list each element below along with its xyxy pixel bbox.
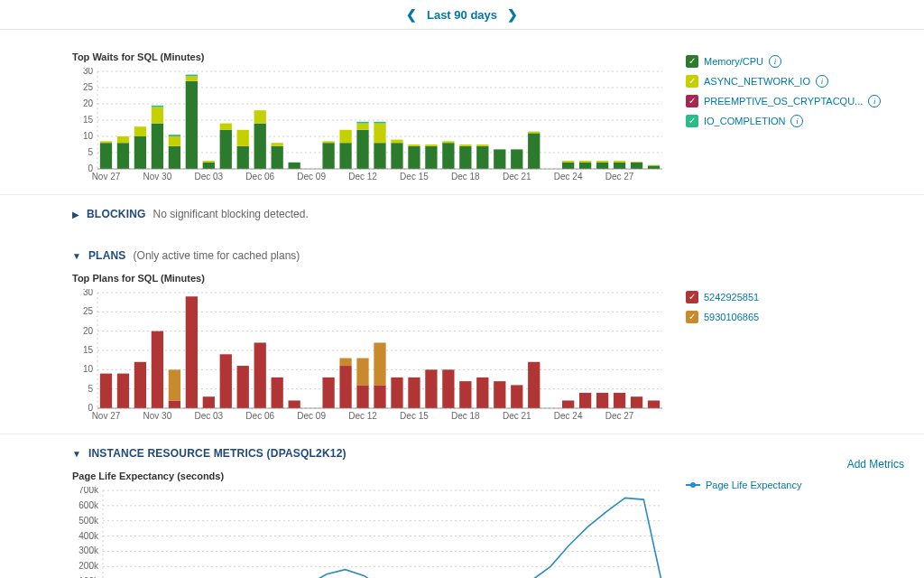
legend-checkbox[interactable]: ✓ <box>686 55 698 68</box>
svg-text:Dec 27: Dec 27 <box>605 172 634 182</box>
legend-checkbox[interactable]: ✓ <box>686 95 698 107</box>
svg-rect-124 <box>169 400 180 408</box>
blocking-disclosure[interactable]: ▶ <box>72 210 79 219</box>
svg-rect-152 <box>614 393 625 408</box>
svg-text:Nov 30: Nov 30 <box>143 411 172 421</box>
svg-text:300k: 300k <box>79 545 99 555</box>
plans-chart-title: Top Plans for SQL (Minutes) <box>72 273 668 284</box>
svg-rect-153 <box>631 396 642 408</box>
svg-text:15: 15 <box>83 115 94 125</box>
svg-text:10: 10 <box>83 131 94 141</box>
metrics-legend: Page Life Expectancy <box>668 467 906 498</box>
waits-chart-title: Top Waits for SQL (Minutes) <box>72 51 668 62</box>
svg-text:200k: 200k <box>79 561 99 571</box>
svg-rect-41 <box>237 146 249 169</box>
legend-line-marker <box>686 482 700 488</box>
svg-rect-74 <box>562 163 574 169</box>
svg-rect-68 <box>476 146 488 169</box>
info-icon[interactable]: i <box>790 115 803 127</box>
plans-chart[interactable]: 051015202530Nov 27Nov 30Dec 03Dec 06Dec … <box>72 289 668 424</box>
svg-rect-67 <box>459 144 471 146</box>
legend-label[interactable]: Page Life Expectancy <box>706 480 801 490</box>
svg-rect-57 <box>374 122 385 124</box>
legend-item[interactable]: ✓ASYNC_NETWORK_IOi <box>686 75 897 88</box>
svg-rect-51 <box>339 130 351 143</box>
waits-legend: ✓Memory/CPUi✓ASYNC_NETWORK_IOi✓PREEMPTIV… <box>668 33 906 135</box>
legend-checkbox[interactable]: ✓ <box>686 291 698 303</box>
svg-text:25: 25 <box>83 82 94 92</box>
svg-rect-150 <box>579 393 591 408</box>
svg-rect-77 <box>579 161 591 163</box>
svg-text:Dec 03: Dec 03 <box>194 172 223 182</box>
date-range-label[interactable]: Last 90 days <box>427 8 497 22</box>
plans-disclosure[interactable]: ▼ <box>72 251 81 261</box>
svg-rect-64 <box>442 143 454 169</box>
legend-label[interactable]: PREEMPTIVE_OS_CRYPTACQU... <box>704 96 863 107</box>
svg-rect-72 <box>528 133 540 169</box>
svg-rect-145 <box>476 378 488 408</box>
svg-rect-135 <box>339 359 351 367</box>
legend-checkbox[interactable]: ✓ <box>686 311 698 323</box>
waits-chart[interactable]: 051015202530Nov 27Nov 30Dec 03Dec 06Dec … <box>72 68 668 185</box>
legend-item[interactable]: Page Life Expectancy <box>686 480 897 490</box>
svg-rect-48 <box>322 143 334 169</box>
prev-range-button[interactable]: ❮ <box>399 7 424 22</box>
svg-rect-82 <box>631 163 642 169</box>
info-icon[interactable]: i <box>769 55 781 68</box>
svg-rect-27 <box>134 126 146 136</box>
legend-label[interactable]: 5242925851 <box>704 292 759 303</box>
svg-text:Nov 30: Nov 30 <box>143 172 172 182</box>
legend-checkbox[interactable]: ✓ <box>686 75 698 88</box>
legend-checkbox[interactable]: ✓ <box>686 115 698 127</box>
next-range-button[interactable]: ❯ <box>500 7 525 22</box>
legend-label[interactable]: ASYNC_NETWORK_IO <box>704 76 810 87</box>
blocking-subtitle: No significant blocking detected. <box>153 208 309 220</box>
svg-rect-148 <box>528 362 540 408</box>
legend-label[interactable]: Memory/CPU <box>704 56 763 67</box>
svg-rect-34 <box>186 81 198 169</box>
svg-rect-151 <box>596 393 608 408</box>
svg-text:Dec 21: Dec 21 <box>503 411 531 421</box>
svg-rect-123 <box>152 331 163 408</box>
svg-text:500k: 500k <box>79 516 99 526</box>
metrics-disclosure[interactable]: ▼ <box>72 449 81 459</box>
info-icon[interactable]: i <box>868 95 881 107</box>
svg-text:Dec 21: Dec 21 <box>503 172 531 182</box>
legend-label[interactable]: 5930106865 <box>704 312 759 322</box>
metrics-chart[interactable]: 0100k200k300k400k500k600k700kNov 27Nov 3… <box>72 487 668 578</box>
svg-rect-38 <box>203 161 215 163</box>
svg-text:15: 15 <box>83 345 94 355</box>
svg-rect-56 <box>374 124 385 144</box>
svg-rect-129 <box>237 366 249 408</box>
legend-item[interactable]: ✓5930106865 <box>686 311 897 323</box>
svg-rect-79 <box>596 161 608 163</box>
svg-rect-40 <box>220 124 232 130</box>
svg-rect-54 <box>356 122 368 124</box>
svg-rect-154 <box>648 400 660 408</box>
legend-item[interactable]: ✓5242925851 <box>686 291 897 303</box>
svg-rect-70 <box>494 149 505 169</box>
legend-item[interactable]: ✓PREEMPTIVE_OS_CRYPTACQU...i <box>686 95 897 107</box>
svg-rect-49 <box>322 141 334 143</box>
svg-rect-31 <box>169 146 180 169</box>
svg-rect-23 <box>100 141 112 143</box>
add-metrics-link[interactable]: Add Metrics <box>847 458 904 471</box>
info-icon[interactable]: i <box>816 75 828 88</box>
svg-rect-63 <box>425 144 437 146</box>
svg-rect-143 <box>442 369 454 408</box>
svg-rect-75 <box>562 161 574 163</box>
svg-rect-146 <box>494 381 505 408</box>
svg-rect-39 <box>220 130 232 169</box>
legend-item[interactable]: ✓Memory/CPUi <box>686 55 897 68</box>
plans-legend: ✓5242925851✓5930106865 <box>668 269 906 331</box>
svg-text:600k: 600k <box>79 500 99 510</box>
svg-text:Dec 15: Dec 15 <box>400 172 429 182</box>
svg-rect-36 <box>186 75 198 77</box>
svg-rect-125 <box>169 369 180 400</box>
svg-rect-28 <box>152 124 163 169</box>
svg-rect-80 <box>614 163 625 169</box>
legend-label[interactable]: IO_COMPLETION <box>704 116 785 126</box>
metrics-chart-title: Page Life Expectancy (seconds) <box>72 471 668 481</box>
svg-rect-71 <box>511 149 522 169</box>
legend-item[interactable]: ✓IO_COMPLETIONi <box>686 115 897 127</box>
